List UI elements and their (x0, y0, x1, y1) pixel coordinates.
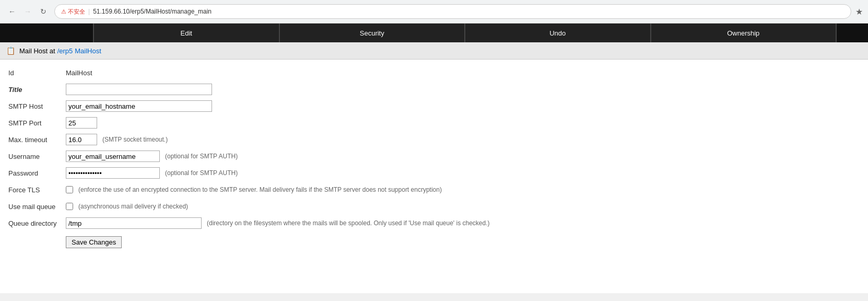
max-timeout-input[interactable] (66, 134, 97, 145)
label-smtp-host: SMTP Host (8, 102, 66, 110)
breadcrumb-link-erp5[interactable]: /erp5 (57, 47, 73, 55)
breadcrumb-icon: 📋 (6, 47, 15, 55)
breadcrumb-link-mailhost[interactable]: MailHost (75, 47, 101, 55)
back-button[interactable]: ← (5, 5, 19, 18)
username-control-area: (optional for SMTP AUTH) (66, 150, 860, 162)
title-input[interactable] (66, 84, 212, 95)
form-body: Id MailHost Title SMTP Host SMTP Port (0, 60, 868, 258)
tab-ownership[interactable]: Ownership (651, 24, 837, 42)
queue-directory-input[interactable] (66, 217, 202, 229)
form-row-title: Title (8, 83, 860, 96)
force-tls-hint: (enforce the use of an encrypted connect… (78, 186, 442, 193)
page-content: 📋 Mail Host at /erp5 MailHost Id MailHos… (0, 42, 868, 293)
password-input[interactable] (66, 167, 160, 179)
form-row-queue-directory: Queue directory (directory on the filesy… (8, 216, 860, 230)
smtp-host-input[interactable] (66, 100, 212, 112)
title-control-area (66, 84, 860, 95)
label-username: Username (8, 153, 66, 160)
browser-chrome: ← → ↻ ⚠ 不安全 | 51.159.66.10/erp5/MailHost… (0, 0, 868, 24)
smtp-port-control-area (66, 117, 860, 129)
form-row-use-mail-queue: Use mail queue (asynchronous mail delive… (8, 200, 860, 213)
form-row-id: Id MailHost (8, 66, 860, 79)
bookmark-button[interactable]: ★ (855, 7, 863, 17)
password-control-area: (optional for SMTP AUTH) (66, 167, 860, 179)
queue-directory-hint: (directory on the filesystem where the m… (207, 219, 490, 227)
tab-edit[interactable]: Edit (94, 24, 280, 42)
breadcrumb: 📋 Mail Host at /erp5 MailHost (0, 42, 868, 60)
label-queue-directory: Queue directory (8, 219, 66, 227)
use-mail-queue-hint: (asynchronous mail delivery if checked) (78, 203, 188, 210)
label-title: Title (8, 86, 66, 94)
force-tls-checkbox[interactable] (66, 186, 73, 193)
form-row-password: Password (optional for SMTP AUTH) (8, 166, 860, 180)
url-text: 51.159.66.10/erp5/MailHost/manage_main (93, 8, 212, 15)
tab-left-dark (0, 24, 94, 42)
nav-buttons: ← → ↻ (5, 5, 50, 18)
use-mail-queue-checkbox[interactable] (66, 203, 73, 210)
label-force-tls: Force TLS (8, 186, 66, 194)
save-control-area: Save Changes (66, 233, 860, 248)
id-value: MailHost (66, 69, 92, 77)
label-smtp-port: SMTP Port (8, 119, 66, 127)
tab-right-dark (837, 24, 868, 42)
label-password: Password (8, 169, 66, 177)
max-timeout-control-area: (SMTP socket timeout.) (66, 134, 860, 145)
password-hint: (optional for SMTP AUTH) (165, 169, 238, 177)
save-button[interactable]: Save Changes (66, 236, 122, 248)
tab-security[interactable]: Security (280, 24, 466, 42)
breadcrumb-text: Mail Host at (19, 47, 55, 55)
id-value-area: MailHost (66, 69, 860, 77)
username-input[interactable] (66, 150, 160, 162)
smtp-host-control-area (66, 100, 860, 112)
forward-button[interactable]: → (21, 5, 34, 18)
form-row-save: Save Changes (8, 233, 860, 248)
username-hint: (optional for SMTP AUTH) (165, 153, 238, 160)
queue-directory-control-area: (directory on the filesystem where the m… (66, 217, 860, 229)
form-row-max-timeout: Max. timeout (SMTP socket timeout.) (8, 133, 860, 146)
form-row-username: Username (optional for SMTP AUTH) (8, 149, 860, 163)
label-use-mail-queue: Use mail queue (8, 203, 66, 211)
form-row-smtp-host: SMTP Host (8, 99, 860, 113)
navigation-tabs: Edit Security Undo Ownership (0, 24, 868, 42)
form-row-smtp-port: SMTP Port (8, 116, 860, 130)
label-max-timeout: Max. timeout (8, 136, 66, 144)
max-timeout-hint: (SMTP socket timeout.) (102, 136, 168, 143)
form-row-force-tls: Force TLS (enforce the use of an encrypt… (8, 183, 860, 196)
reload-button[interactable]: ↻ (37, 5, 50, 18)
address-bar[interactable]: ⚠ 不安全 | 51.159.66.10/erp5/MailHost/manag… (54, 4, 851, 19)
security-warning: ⚠ 不安全 (61, 8, 85, 16)
label-id: Id (8, 69, 66, 77)
tab-undo[interactable]: Undo (465, 24, 651, 42)
force-tls-control-area: (enforce the use of an encrypted connect… (66, 186, 860, 193)
use-mail-queue-control-area: (asynchronous mail delivery if checked) (66, 203, 860, 210)
smtp-port-input[interactable] (66, 117, 97, 129)
